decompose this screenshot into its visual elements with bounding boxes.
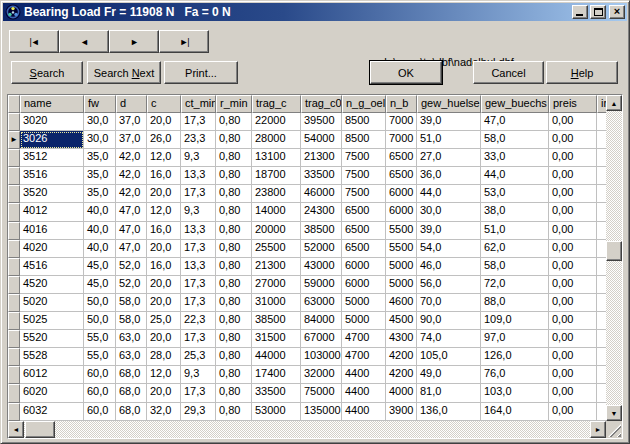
table-cell[interactable] [597, 258, 606, 276]
table-cell[interactable]: 58,0 [116, 294, 147, 312]
table-cell[interactable]: 4600 [386, 294, 417, 312]
scroll-right-button[interactable]: ► [590, 421, 606, 438]
table-cell[interactable]: 68,0 [116, 366, 147, 384]
table-cell[interactable]: 20,0 [147, 294, 181, 312]
table-cell[interactable]: 5500 [386, 222, 417, 240]
table-cell[interactable]: 35,0 [84, 185, 116, 203]
table-cell[interactable]: 25500 [252, 240, 301, 258]
row-selector[interactable] [8, 294, 20, 312]
table-cell[interactable]: 17,3 [181, 384, 216, 402]
table-cell[interactable]: 4700 [342, 348, 386, 366]
column-header-name[interactable]: name [20, 95, 84, 113]
first-record-button[interactable]: |◄ [9, 30, 59, 53]
table-cell[interactable]: 49,0 [417, 366, 481, 384]
table-cell[interactable]: 6500 [386, 167, 417, 185]
table-cell[interactable]: 24300 [301, 203, 342, 221]
table-cell[interactable]: 16,0 [147, 222, 181, 240]
row-selector[interactable] [8, 258, 20, 276]
table-cell[interactable]: 3516 [20, 167, 84, 185]
table-cell[interactable]: 6000 [342, 258, 386, 276]
row-selector[interactable] [8, 185, 20, 203]
table-cell[interactable]: 0,00 [549, 312, 597, 330]
table-cell[interactable]: 27000 [252, 276, 301, 294]
table-cell[interactable]: 21300 [252, 258, 301, 276]
table-cell[interactable]: 0,80 [216, 222, 252, 240]
table-cell[interactable]: 63,0 [116, 330, 147, 348]
table-cell[interactable]: 30,0 [417, 203, 481, 221]
table-cell[interactable]: 20,0 [147, 384, 181, 402]
table-cell[interactable]: 6500 [342, 222, 386, 240]
table-cell[interactable]: 4400 [342, 366, 386, 384]
table-cell[interactable]: 53000 [252, 403, 301, 421]
table-cell[interactable]: 63,0 [116, 348, 147, 366]
row-selector[interactable] [8, 113, 20, 131]
table-cell[interactable]: 81,0 [417, 384, 481, 402]
table-cell[interactable]: 4500 [386, 312, 417, 330]
column-header-trag_c0[interactable]: trag_c0 [301, 95, 342, 113]
table-cell[interactable]: 44,0 [481, 167, 549, 185]
row-selector[interactable] [8, 403, 20, 421]
table-cell[interactable]: 5000 [342, 294, 386, 312]
table-cell[interactable]: 5500 [386, 240, 417, 258]
table-cell[interactable]: 0,00 [549, 384, 597, 402]
minimize-button[interactable] [572, 5, 588, 19]
table-cell[interactable]: 0,00 [549, 203, 597, 221]
table-cell[interactable]: 6000 [342, 276, 386, 294]
table-cell[interactable]: 0,00 [549, 294, 597, 312]
table-cell[interactable]: 17,3 [181, 185, 216, 203]
table-cell[interactable]: 0,00 [549, 222, 597, 240]
table-cell[interactable]: 17,3 [181, 240, 216, 258]
table-cell[interactable]: 6020 [20, 384, 84, 402]
table-cell[interactable]: 44,0 [417, 185, 481, 203]
table-cell[interactable]: 0,00 [549, 330, 597, 348]
cancel-button[interactable]: Cancel [473, 61, 544, 84]
table-cell[interactable] [597, 149, 606, 167]
table-cell[interactable]: 0,00 [549, 113, 597, 131]
table-cell[interactable]: 72,0 [481, 276, 549, 294]
scroll-up-button[interactable]: ▲ [606, 95, 622, 111]
table-cell[interactable]: 53,0 [481, 185, 549, 203]
table-cell[interactable]: 58,0 [481, 258, 549, 276]
table-cell[interactable]: 55,0 [84, 348, 116, 366]
print-button[interactable]: Print... [164, 61, 238, 84]
table-cell[interactable]: 52,0 [116, 276, 147, 294]
table-cell[interactable]: 12,0 [147, 366, 181, 384]
table-cell[interactable]: 135000 [301, 403, 342, 421]
table-cell[interactable]: 0,80 [216, 113, 252, 131]
table-cell[interactable]: 52,0 [116, 258, 147, 276]
table-cell[interactable]: 13,3 [181, 167, 216, 185]
row-selector[interactable] [8, 366, 20, 384]
table-cell[interactable]: 0,00 [549, 366, 597, 384]
table-cell[interactable]: 35,0 [84, 167, 116, 185]
table-cell[interactable]: 39,0 [417, 113, 481, 131]
table-cell[interactable]: 38500 [252, 312, 301, 330]
table-cell[interactable]: 126,0 [481, 348, 549, 366]
table-cell[interactable]: 0,80 [216, 384, 252, 402]
table-cell[interactable] [597, 294, 606, 312]
table-cell[interactable]: 0,80 [216, 203, 252, 221]
table-cell[interactable]: 40,0 [84, 203, 116, 221]
table-cell[interactable]: 3020 [20, 113, 84, 131]
table-cell[interactable]: 6012 [20, 366, 84, 384]
table-cell[interactable]: 88,0 [481, 294, 549, 312]
table-cell[interactable]: 17,3 [181, 330, 216, 348]
table-cell[interactable]: 97,0 [481, 330, 549, 348]
table-cell[interactable]: 20,0 [147, 240, 181, 258]
table-cell[interactable]: 55,0 [84, 330, 116, 348]
table-cell[interactable]: 70,0 [417, 294, 481, 312]
table-cell[interactable]: 4020 [20, 240, 84, 258]
help-button[interactable]: Help [546, 61, 618, 84]
table-cell[interactable]: 16,0 [147, 167, 181, 185]
table-cell[interactable]: 50,0 [84, 294, 116, 312]
table-cell[interactable]: 4400 [342, 384, 386, 402]
previous-record-button[interactable]: ◄ [59, 30, 109, 53]
column-header-preis[interactable]: preis [549, 95, 597, 113]
table-cell[interactable]: 9,3 [181, 203, 216, 221]
table-cell[interactable]: 8500 [342, 131, 386, 149]
row-selector[interactable] [8, 222, 20, 240]
table-cell[interactable] [597, 240, 606, 258]
column-header-gew_huelse[interactable]: gew_huelse [417, 95, 481, 113]
table-cell[interactable] [597, 330, 606, 348]
table-cell[interactable]: 44000 [252, 348, 301, 366]
table-cell[interactable]: 13100 [252, 149, 301, 167]
